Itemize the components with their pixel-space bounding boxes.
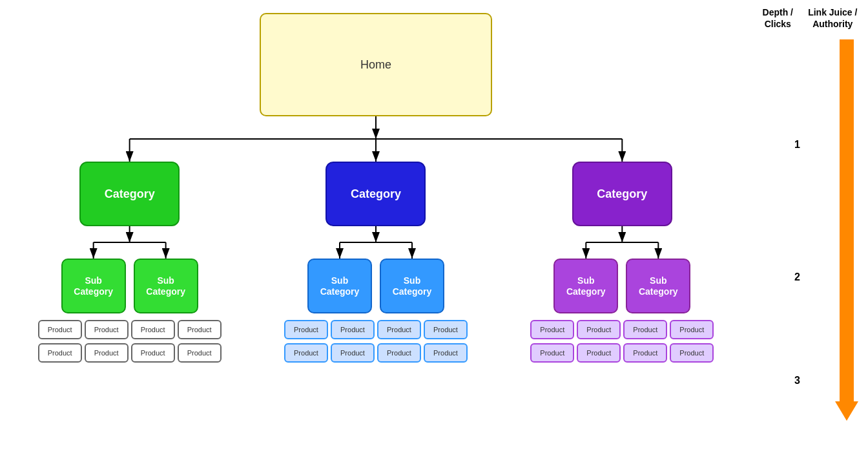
depth-label-2: 2 <box>794 271 800 283</box>
product-green-5: Product <box>38 343 82 363</box>
subcat-purple-1: SubCategory <box>553 259 618 313</box>
depth-label-3: 3 <box>794 375 800 386</box>
category-purple-label: Category <box>597 187 647 201</box>
sidebar: Depth /Clicks Link Juice /Authority 1 2 … <box>752 0 868 455</box>
product-purple-2: Product <box>577 320 621 339</box>
subcat-blue-1: SubCategory <box>307 259 372 313</box>
product-green-1: Product <box>38 320 82 339</box>
category-blue: Category <box>326 162 426 226</box>
product-green-3: Product <box>131 320 175 339</box>
products-blue-row1: Product Product Product Product <box>284 320 468 339</box>
depth-label-1: 1 <box>794 139 800 151</box>
product-green-2: Product <box>85 320 129 339</box>
sidebar-headers: Depth /Clicks Link Juice /Authority <box>755 6 865 30</box>
products-blue-row2: Product Product Product Product <box>284 343 468 363</box>
product-purple-5: Product <box>530 343 574 363</box>
products-green-row1: Product Product Product Product <box>38 320 222 339</box>
main-container: Home Category SubCategory SubCategory Pr… <box>0 0 868 455</box>
products-green-row2: Product Product Product Product <box>38 343 222 363</box>
product-blue-3: Product <box>377 320 421 339</box>
product-purple-6: Product <box>577 343 621 363</box>
category-purple: Category <box>572 162 672 226</box>
product-blue-5: Product <box>284 343 328 363</box>
product-blue-2: Product <box>331 320 375 339</box>
product-green-8: Product <box>178 343 222 363</box>
orange-arrow <box>835 39 858 449</box>
home-label: Home <box>360 58 391 72</box>
products-purple-row2: Product Product Product Product <box>530 343 714 363</box>
product-purple-8: Product <box>670 343 714 363</box>
subcat-purple-2: SubCategory <box>626 259 690 313</box>
product-green-6: Product <box>85 343 129 363</box>
home-node: Home <box>260 13 492 116</box>
link-juice-header: Link Juice /Authority <box>808 6 857 30</box>
product-green-4: Product <box>178 320 222 339</box>
depth-clicks-header: Depth /Clicks <box>763 6 793 30</box>
category-green-label: Category <box>105 187 155 201</box>
product-purple-4: Product <box>670 320 714 339</box>
category-green: Category <box>79 162 180 226</box>
diagram-area: Home Category SubCategory SubCategory Pr… <box>0 0 752 455</box>
product-blue-4: Product <box>424 320 468 339</box>
product-blue-1: Product <box>284 320 328 339</box>
product-blue-7: Product <box>377 343 421 363</box>
subcat-green-2: SubCategory <box>134 259 198 313</box>
subcat-green-1: SubCategory <box>61 259 126 313</box>
product-purple-7: Product <box>623 343 667 363</box>
product-green-7: Product <box>131 343 175 363</box>
products-purple-row1: Product Product Product Product <box>530 320 714 339</box>
arrow-shaft <box>840 39 854 401</box>
product-blue-6: Product <box>331 343 375 363</box>
category-blue-label: Category <box>351 187 401 201</box>
product-blue-8: Product <box>424 343 468 363</box>
product-purple-1: Product <box>530 320 574 339</box>
subcat-blue-2: SubCategory <box>380 259 444 313</box>
arrow-head <box>835 401 858 421</box>
product-purple-3: Product <box>623 320 667 339</box>
